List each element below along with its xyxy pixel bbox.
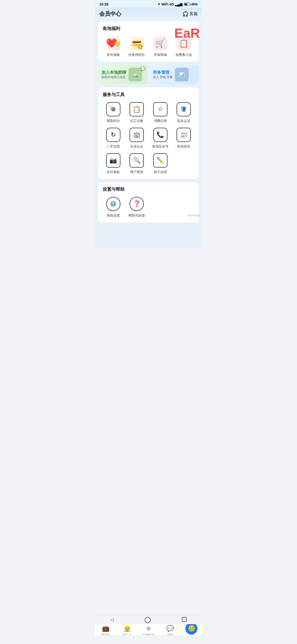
safe-number-label: 鱼泡安全号 (152, 144, 169, 149)
accident-insurance-label: 意外保险 (107, 53, 120, 57)
chat-bubbles-icon: 💬 (141, 67, 145, 71)
services-card: 服务与工具 ⊕ ☆ 获取积分 📋 记工记账 (98, 88, 199, 179)
welfare-item-accident-insurance[interactable]: ❤️ 💛 意外保险 (103, 36, 124, 57)
watermark-cam-label: 水印相机 (107, 170, 120, 174)
welfare-item-free-novel[interactable]: 📋 免费看小说 (173, 36, 195, 57)
enterprise-cert-icon: 🏢 (130, 128, 144, 142)
page-header: 会员中心 🎧 客服 (95, 7, 202, 21)
welfare-grid: ❤️ 💛 意外保险 💳 ★ 任务得积分 🛒 劳保商城 (103, 36, 194, 57)
user-query-icon: 🔍 (130, 153, 144, 168)
labor-management-banner[interactable]: 劳务管理 管人 管钱 管事 📊 (150, 65, 199, 84)
service-work-diary[interactable]: 📋 记工记账 (126, 102, 148, 123)
user-query-label: 用户查询 (130, 170, 143, 174)
service-label: 客服 (189, 11, 198, 17)
help-feedback-label: 帮助与反馈 (128, 213, 145, 218)
settings-title: 设置与帮助 (103, 187, 194, 192)
local-group-image: 🏔️ (128, 68, 142, 81)
free-novel-label: 免费看小说 (175, 53, 192, 57)
service-spend-record[interactable]: ☆ 消费记录 (150, 102, 171, 123)
watermark: Baidu经验 (187, 214, 200, 217)
work-diary-label: 记工记账 (130, 119, 143, 123)
customer-service-button[interactable]: 🎧 客服 (182, 11, 198, 17)
service-enterprise-cert[interactable]: 🏢 企业认证 (126, 128, 148, 149)
free-novel-icon: 📋 (177, 36, 191, 50)
system-settings-label: 系统设置 (107, 213, 120, 218)
service-get-points[interactable]: ⊕ ☆ 获取积分 (103, 102, 124, 123)
labor-management-title: 劳务管理 (153, 70, 173, 75)
headset-icon: 🎧 (182, 11, 188, 17)
page-title: 会员中心 (99, 10, 121, 18)
welfare-title: 鱼泡福利 (103, 26, 194, 32)
local-group-text: 加入本地群聊 获取本地用工信息 (101, 70, 126, 79)
news-icon: 📰 (177, 128, 191, 142)
labor-management-image: 📊 (175, 68, 189, 81)
wifi-icon: WiFi (161, 2, 168, 6)
news-label: 鱼泡资讯 (177, 144, 190, 149)
time: 10:28 (99, 2, 108, 6)
system-settings-icon: ⚙️ (106, 197, 120, 211)
service-safe-number[interactable]: 📞 鱼泡安全号 (150, 128, 171, 149)
spend-record-icon: ☆ (153, 102, 167, 116)
bluetooth-icon: ✦ (158, 2, 160, 6)
welfare-item-task-points[interactable]: 💳 ★ 任务得积分 (126, 36, 148, 57)
e-contract-label: 电子合同 (154, 170, 167, 174)
help-feedback-icon: ❓ (130, 197, 144, 211)
get-points-icon: ⊕ ☆ (106, 102, 120, 116)
service-second-hand[interactable]: ↻ 二手交易 (103, 128, 124, 149)
battery-percent: 49% (191, 2, 198, 6)
safe-number-icon: 📞 (153, 128, 167, 142)
services-grid: ⊕ ☆ 获取积分 📋 记工记账 ☆ 消费记录 (103, 102, 194, 174)
signal-icon: 4G (169, 2, 174, 6)
local-group-banner[interactable]: 加入本地群聊 获取本地用工信息 🏔️ 💬 (98, 65, 147, 84)
welfare-card: 鱼泡福利 ❤️ 💛 意外保险 💳 ★ 任务得积分 (98, 21, 199, 62)
status-icons: ✦ WiFi 4G ▂▄▆ 49% (158, 2, 198, 6)
watermark-cam-icon: 📷 • (106, 153, 120, 168)
banner-area: 加入本地群聊 获取本地用工信息 🏔️ 💬 劳务管理 管人 管钱 管事 📊 (98, 65, 199, 84)
settings-card: 设置与帮助 ⚙️ 系统设置 ❓ 帮助与反馈 (98, 182, 199, 222)
service-watermark-cam[interactable]: 📷 • 水印相机 (103, 153, 124, 174)
task-points-icon: 💳 ★ (130, 36, 144, 50)
second-hand-icon: ↻ (106, 128, 120, 142)
signal-bars-icon: ▂▄▆ (175, 2, 182, 6)
service-user-query[interactable]: 🔍 用户查询 (126, 153, 148, 174)
enterprise-cert-label: 企业认证 (130, 144, 143, 149)
labor-management-text: 劳务管理 管人 管钱 管事 (153, 70, 173, 79)
setting-help-feedback[interactable]: ❓ 帮助与反馈 (126, 197, 148, 218)
labor-management-subtitle: 管人 管钱 管事 (153, 75, 173, 79)
welfare-item-labor-mall[interactable]: 🛒 劳保商城 (150, 36, 171, 57)
second-hand-label: 二手交易 (107, 144, 120, 149)
real-name-label: 实名认证 (177, 119, 190, 123)
main-content: 鱼泡福利 ❤️ 💛 意外保险 💳 ★ 任务得积分 (95, 21, 202, 248)
get-points-label: 获取积分 (107, 119, 120, 123)
accident-insurance-icon: ❤️ 💛 (106, 36, 120, 50)
spend-record-label: 消费记录 (154, 119, 167, 123)
task-points-label: 任务得积分 (128, 53, 145, 57)
battery-icon (184, 3, 190, 6)
services-title: 服务与工具 (103, 92, 194, 98)
labor-mall-icon: 🛒 (153, 36, 167, 50)
status-bar: 10:28 ✦ WiFi 4G ▂▄▆ 49% (95, 0, 202, 7)
real-name-icon: 🛡 👤 (177, 102, 191, 116)
local-group-title: 加入本地群聊 (101, 70, 126, 75)
service-real-name[interactable]: 🛡 👤 实名认证 (173, 102, 195, 123)
settings-grid: ⚙️ 系统设置 ❓ 帮助与反馈 (103, 197, 194, 218)
service-e-contract[interactable]: ✏️ 电子合同 (150, 153, 171, 174)
work-diary-icon: 📋 (130, 102, 144, 116)
service-news[interactable]: 📰 鱼泡资讯 (173, 128, 195, 149)
setting-system-settings[interactable]: ⚙️ 系统设置 (103, 197, 124, 218)
local-group-subtitle: 获取本地用工信息 (101, 75, 126, 79)
e-contract-icon: ✏️ (153, 153, 167, 168)
labor-mall-label: 劳保商城 (154, 53, 167, 57)
